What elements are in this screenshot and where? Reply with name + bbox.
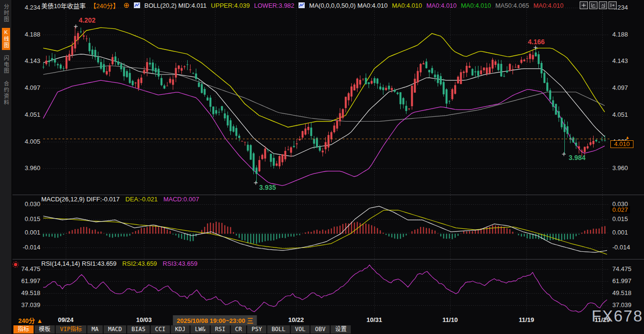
indicator-chart-icon[interactable]	[298, 2, 305, 8]
price-up-arrow-icon: ▲	[625, 135, 630, 140]
sidebar-tab-kline-chart[interactable]: K线图	[2, 28, 10, 50]
fit-right-axis-button[interactable]	[599, 1, 607, 9]
header-field: 【240分】	[90, 1, 119, 10]
x-axis-label-date-1022: 10/22	[288, 316, 304, 323]
toolbar-item-macd[interactable]: MACD	[104, 325, 126, 334]
svg-text:4.188: 4.188	[612, 31, 628, 38]
svg-text:37.039: 37.039	[21, 301, 40, 309]
svg-text:4.097: 4.097	[24, 84, 40, 91]
svg-text:49.518: 49.518	[21, 289, 40, 297]
header-field: MA0:4.010	[533, 2, 563, 9]
header-field: 美债10年收益率	[41, 1, 85, 10]
grid	[43, 5, 609, 314]
toolbar-item-kdj[interactable]: KDJ	[171, 325, 190, 334]
svg-text:61.997: 61.997	[612, 277, 632, 285]
header-field: DEA:-0.021	[125, 196, 157, 203]
indicator-toolbar: 指标模板VIP指标MAMACDBIASCCIKDJLW&RSICRPSYBOLL…	[13, 325, 351, 334]
toolbar-item-indicator[interactable]: 指标	[13, 325, 34, 334]
x-axis-label-date-0924: 09/24	[58, 316, 74, 323]
macd-header: MACD(26,12,9) DIFF:-0.017DEA:-0.021MACD:…	[41, 196, 199, 203]
header-field: BOLL(20,2) MID:4.011	[144, 2, 207, 9]
toolbar-item-settings[interactable]: 设置	[331, 325, 351, 334]
header-field: UPPER:4.039	[211, 2, 250, 9]
sidebar-tab-contract-info[interactable]: 合约资料	[2, 79, 10, 107]
svg-text:61.997: 61.997	[21, 277, 40, 285]
svg-text:-0.014: -0.014	[23, 244, 40, 251]
svg-text:74.475: 74.475	[21, 265, 40, 272]
chart-window-buttons	[580, 1, 617, 9]
header-field: LOWER:3.982	[254, 2, 295, 9]
chart-area: 4.2024.1663.9353.9844.2344.2344.1884.188…	[12, 0, 644, 334]
watermark: FX678	[592, 307, 643, 325]
candles	[43, 26, 606, 183]
toolbar-item-lw[interactable]: LW&	[191, 325, 210, 334]
svg-text:4.188: 4.188	[24, 31, 40, 38]
toolbar-item-cr[interactable]: CR	[231, 325, 246, 334]
x-axis-label-date-1119: 11/19	[519, 316, 534, 323]
timeframe-marker[interactable]: 240分 ▲	[18, 316, 43, 325]
sidebar: 分时图K线图闪电图合约资料	[0, 0, 12, 334]
header-field: MA(0,0,0,0,50,0) MA0:4.010	[309, 2, 387, 9]
svg-text:4.202: 4.202	[79, 16, 95, 24]
svg-text:74.475: 74.475	[612, 265, 632, 272]
link-plus-icon[interactable]: ⊕	[123, 2, 130, 9]
sidebar-tab-time-share-chart[interactable]: 分时图	[2, 2, 10, 24]
header-field: RSI3:43.659	[163, 260, 197, 267]
toolbar-item-template[interactable]: 模板	[35, 325, 55, 334]
svg-text:4.143: 4.143	[24, 57, 40, 64]
svg-text:3.960: 3.960	[612, 164, 628, 172]
pan-tool-button[interactable]	[580, 1, 588, 9]
rsi-header: RSI(14,14,14) RSI1:43.659RSI2:43.659RSI3…	[41, 260, 197, 267]
x-axis-label-date-1031: 10/31	[367, 316, 382, 323]
toolbar-item-psy[interactable]: PSY	[247, 325, 266, 334]
svg-text:0.001: 0.001	[24, 229, 40, 236]
toolbar-item-boll[interactable]: BOLL	[267, 325, 290, 334]
svg-text:0.015: 0.015	[612, 215, 628, 223]
time-axis: 240分 ▲ 09/2410/032025/10/08 19:00~23:00 …	[12, 315, 644, 325]
chart-header: 美债10年收益率【240分】⊕BOLL(20,2) MID:4.011UPPER…	[41, 1, 563, 9]
svg-text:0.015: 0.015	[24, 215, 40, 223]
svg-text:4.143: 4.143	[612, 57, 628, 64]
header-field: RSI2:43.659	[122, 260, 157, 267]
toolbar-item-vol[interactable]: VOL	[291, 325, 310, 334]
shift-right-button[interactable]	[608, 1, 617, 9]
header-field: MACD(26,12,9) DIFF:-0.017	[41, 196, 119, 203]
svg-text:3.960: 3.960	[24, 164, 40, 172]
svg-text:3.935: 3.935	[259, 184, 276, 191]
toolbar-item-ma[interactable]: MA	[87, 325, 103, 334]
svg-text:4.051: 4.051	[24, 111, 40, 118]
svg-text:4.234: 4.234	[24, 4, 40, 11]
svg-text:4.051: 4.051	[612, 111, 628, 118]
svg-text:0.001: 0.001	[612, 229, 628, 236]
svg-text:4.097: 4.097	[612, 84, 628, 91]
svg-text:4.166: 4.166	[528, 38, 545, 46]
toolbar-item-rsi[interactable]: RSI	[211, 325, 230, 334]
svg-text:4.005: 4.005	[24, 138, 40, 145]
toolbar-item-cci[interactable]: CCI	[151, 325, 170, 334]
x-axis-label-date-1110: 11/10	[442, 316, 458, 323]
toolbar-item-obv[interactable]: OBV	[310, 325, 330, 334]
x-axis-label-date-1003: 10/03	[136, 316, 152, 323]
indicator-chart-icon[interactable]	[134, 2, 140, 8]
bollinger-bands	[43, 27, 605, 186]
toolbar-item-bias[interactable]: BIAS	[127, 325, 150, 334]
svg-text:0.030: 0.030	[24, 200, 40, 208]
header-field: MACD:0.007	[163, 196, 199, 203]
header-field: RSI(14,14,14) RSI1:43.659	[41, 260, 117, 267]
sidebar-tab-lightning-chart[interactable]: 闪电图	[2, 54, 10, 75]
svg-text:3.984: 3.984	[569, 154, 585, 161]
price-annotations: 4.2024.1663.9353.984	[74, 16, 585, 191]
header-field: MA0:4.010	[392, 2, 422, 9]
header-field: MA0:4.010	[427, 2, 457, 9]
rsi-line	[43, 265, 607, 312]
alert-record-icon	[14, 263, 17, 266]
trading-terminal: 分时图K线图闪电图合约资料 4.2024.1663.9353.9844.2344…	[0, 0, 644, 334]
header-field: MA50:4.065	[495, 2, 529, 9]
svg-text:-0.014: -0.014	[612, 244, 630, 251]
macd-value-badge: 0.027	[610, 206, 630, 213]
header-field: MA0:4.010	[461, 2, 491, 9]
svg-text:49.518: 49.518	[612, 289, 632, 297]
fit-left-axis-button[interactable]	[589, 1, 597, 9]
toolbar-item-vip-indicator[interactable]: VIP指标	[56, 325, 86, 334]
current-price-badge: 4.010	[610, 140, 633, 148]
